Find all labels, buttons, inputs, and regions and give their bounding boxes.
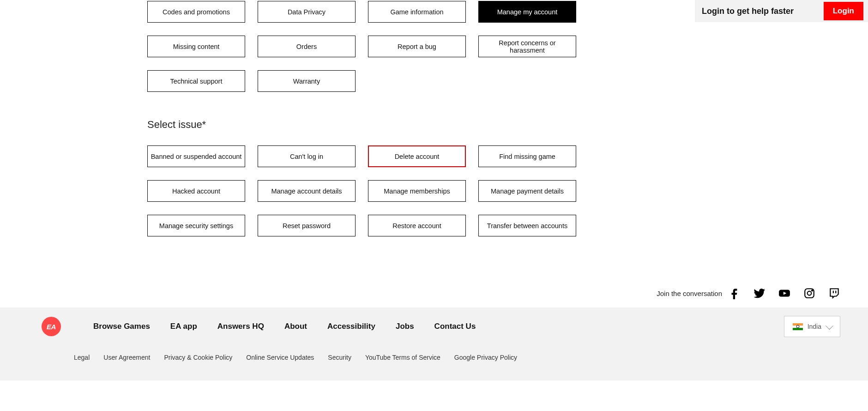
issue-tile-label: Find missing game bbox=[499, 153, 555, 160]
topic-tile-7[interactable]: Report concerns or harassment bbox=[478, 36, 576, 57]
footer-secondary-link-0[interactable]: Legal bbox=[74, 354, 90, 361]
footer-secondary-links: LegalUser AgreementPrivacy & Cookie Poli… bbox=[0, 337, 868, 361]
main-content: Codes and promotionsData PrivacyGame inf… bbox=[147, 0, 578, 236]
select-issue-heading: Select issue* bbox=[147, 119, 578, 131]
footer-primary-link-5[interactable]: Jobs bbox=[396, 322, 414, 331]
issue-tile-label: Hacked account bbox=[172, 187, 220, 195]
topic-tile-label: Orders bbox=[296, 43, 317, 50]
issue-tile-label: Manage security settings bbox=[159, 222, 233, 230]
issue-tile-label: Can't log in bbox=[290, 153, 323, 160]
issue-tile-label: Delete account bbox=[395, 153, 440, 160]
footer-secondary-link-1[interactable]: User Agreement bbox=[103, 354, 150, 361]
issue-tile-label: Reset password bbox=[283, 222, 331, 230]
topic-tile-label: Warranty bbox=[293, 78, 320, 85]
issue-tile-label: Banned or suspended account bbox=[151, 153, 242, 160]
login-bar-text: Login to get help faster bbox=[702, 6, 794, 16]
topic-tile-2[interactable]: Game information bbox=[368, 1, 466, 23]
topic-tile-label: Missing content bbox=[173, 43, 220, 50]
topic-tile-0[interactable]: Codes and promotions bbox=[147, 1, 245, 23]
issue-tile-4[interactable]: Hacked account bbox=[147, 180, 245, 202]
footer-primary-link-6[interactable]: Contact Us bbox=[434, 322, 476, 331]
topic-tile-label: Report a bug bbox=[398, 43, 436, 50]
footer-secondary-link-3[interactable]: Online Service Updates bbox=[246, 354, 314, 361]
issue-tile-10[interactable]: Restore account bbox=[368, 215, 466, 236]
topic-tile-5[interactable]: Orders bbox=[258, 36, 356, 57]
issue-tile-label: Manage account details bbox=[271, 187, 342, 195]
topic-tile-8[interactable]: Technical support bbox=[147, 70, 245, 92]
conversation-text: Join the conversation bbox=[657, 290, 722, 297]
footer-primary-links: Browse GamesEA appAnswers HQAboutAccessi… bbox=[93, 322, 476, 331]
issue-tile-6[interactable]: Manage memberships bbox=[368, 180, 466, 202]
topic-grid: Codes and promotionsData PrivacyGame inf… bbox=[147, 1, 578, 92]
issue-tile-label: Transfer between accounts bbox=[487, 222, 567, 230]
footer-primary-link-3[interactable]: About bbox=[284, 322, 307, 331]
footer-primary-link-0[interactable]: Browse Games bbox=[93, 322, 150, 331]
footer-primary-link-1[interactable]: EA app bbox=[170, 322, 197, 331]
login-button[interactable]: Login bbox=[824, 2, 863, 20]
twitch-icon[interactable] bbox=[828, 287, 840, 299]
issue-grid: Banned or suspended accountCan't log inD… bbox=[147, 145, 578, 236]
footer: EA Browse GamesEA appAnswers HQAboutAcce… bbox=[0, 308, 868, 381]
topic-tile-label: Codes and promotions bbox=[163, 8, 230, 16]
issue-tile-3[interactable]: Find missing game bbox=[478, 145, 576, 167]
svg-point-3 bbox=[812, 290, 813, 291]
facebook-icon[interactable] bbox=[729, 287, 741, 299]
topic-tile-3[interactable]: Manage my account bbox=[478, 1, 576, 23]
footer-secondary-link-6[interactable]: Google Privacy Policy bbox=[454, 354, 517, 361]
footer-secondary-link-2[interactable]: Privacy & Cookie Policy bbox=[164, 354, 232, 361]
issue-tile-label: Manage memberships bbox=[384, 187, 450, 195]
issue-tile-8[interactable]: Manage security settings bbox=[147, 215, 245, 236]
topic-tile-label: Game information bbox=[390, 8, 443, 16]
login-bar: Login to get help faster Login bbox=[695, 0, 868, 22]
footer-secondary-link-4[interactable]: Security bbox=[328, 354, 351, 361]
region-picker[interactable]: India bbox=[784, 316, 840, 337]
footer-left: EA Browse GamesEA appAnswers HQAboutAcce… bbox=[42, 317, 476, 336]
topic-tile-6[interactable]: Report a bug bbox=[368, 36, 466, 57]
issue-tile-1[interactable]: Can't log in bbox=[258, 145, 356, 167]
topic-tile-label: Data Privacy bbox=[288, 8, 326, 16]
issue-tile-2[interactable]: Delete account bbox=[368, 145, 466, 167]
chevron-down-icon bbox=[826, 322, 833, 330]
instagram-icon[interactable] bbox=[803, 287, 815, 299]
svg-point-2 bbox=[808, 291, 812, 296]
twitter-icon[interactable] bbox=[753, 287, 766, 299]
topic-tile-label: Manage my account bbox=[497, 8, 558, 16]
region-label: India bbox=[808, 323, 821, 330]
conversation-row: Join the conversation bbox=[0, 287, 868, 299]
topic-tile-label: Report concerns or harassment bbox=[482, 39, 573, 54]
footer-inner: EA Browse GamesEA appAnswers HQAboutAcce… bbox=[0, 316, 868, 337]
flag-india-icon bbox=[793, 323, 803, 330]
footer-secondary-link-5[interactable]: YouTube Terms of Service bbox=[365, 354, 440, 361]
issue-tile-9[interactable]: Reset password bbox=[258, 215, 356, 236]
issue-tile-label: Manage payment details bbox=[491, 187, 564, 195]
topic-tile-label: Technical support bbox=[170, 78, 223, 85]
issue-tile-7[interactable]: Manage payment details bbox=[478, 180, 576, 202]
topic-tile-9[interactable]: Warranty bbox=[258, 70, 356, 92]
issue-tile-11[interactable]: Transfer between accounts bbox=[478, 215, 576, 236]
footer-primary-link-2[interactable]: Answers HQ bbox=[217, 322, 264, 331]
ea-logo[interactable]: EA bbox=[42, 317, 61, 336]
topic-tile-4[interactable]: Missing content bbox=[147, 36, 245, 57]
issue-tile-label: Restore account bbox=[392, 222, 441, 230]
youtube-icon[interactable] bbox=[778, 287, 790, 299]
issue-tile-5[interactable]: Manage account details bbox=[258, 180, 356, 202]
footer-primary-link-4[interactable]: Accessibility bbox=[327, 322, 375, 331]
issue-tile-0[interactable]: Banned or suspended account bbox=[147, 145, 245, 167]
topic-tile-1[interactable]: Data Privacy bbox=[258, 1, 356, 23]
